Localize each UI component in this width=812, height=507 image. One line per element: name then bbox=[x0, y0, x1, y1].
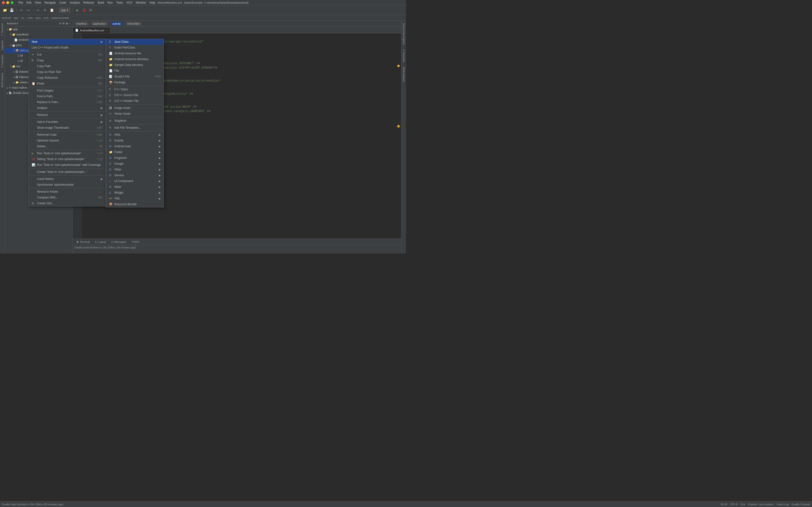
submenu-div-3 bbox=[106, 117, 164, 117]
menu-create-tests[interactable]: Create 'Tests in 'com.splashexample'...' bbox=[29, 169, 106, 175]
submenu-other[interactable]: ⚙ Other ▶ bbox=[106, 167, 164, 172]
submenu-service[interactable]: ⚙ Service ▶ bbox=[106, 172, 164, 178]
menu-refactor[interactable]: Refactor ▶ bbox=[29, 112, 106, 118]
divider-1 bbox=[29, 51, 106, 51]
submenu-xml[interactable]: <> XML ▶ bbox=[106, 195, 164, 201]
folder-icon: 📁 bbox=[109, 151, 113, 154]
scratch-icon: 📝 bbox=[109, 75, 113, 78]
menu-delete[interactable]: Delete... ⌫ bbox=[29, 144, 106, 149]
sample-data-icon: 📁 bbox=[109, 63, 113, 67]
run-icon: ▶ bbox=[32, 152, 36, 155]
xml-arrow: ▶ bbox=[159, 197, 161, 200]
menu-synchronize[interactable]: Synchronize 'splashexample' bbox=[29, 182, 106, 187]
submenu-singleton[interactable]: ⊙ Singleton bbox=[106, 118, 164, 124]
menu-link-cpp-label: Link C++ Project with Gradle bbox=[32, 46, 69, 49]
menu-add-favorites[interactable]: Add to Favorites ▶ bbox=[29, 119, 106, 125]
menu-run-with-coverage[interactable]: 📊 Run 'Tests in 'com.splashexample'' wit… bbox=[29, 162, 106, 168]
submenu-folder[interactable]: 📁 Folder ▶ bbox=[106, 149, 164, 155]
submenu-cpp-source[interactable]: C C/C++ Source File bbox=[106, 92, 164, 98]
submenu-sample-data[interactable]: 📁 Sample Data directory bbox=[106, 62, 164, 68]
xml-icon: <> bbox=[109, 197, 113, 200]
history-arrow: ▶ bbox=[101, 177, 103, 181]
menu-new[interactable]: New ▶ bbox=[29, 39, 106, 45]
menu-show-thumbnails[interactable]: Show Image Thumbnails ⇧⌘T bbox=[29, 125, 106, 131]
menu-link-cpp[interactable]: Link C++ Project with Gradle bbox=[29, 45, 106, 50]
android-resource-icon: 📄 bbox=[109, 52, 113, 55]
submenu-cpp-class[interactable]: C C++ Class bbox=[106, 87, 164, 92]
divider-5 bbox=[29, 131, 106, 131]
submenu-activity[interactable]: ⚙ Activity ▶ bbox=[106, 137, 164, 144]
menu-reformat[interactable]: Reformat Code ⌥⌘L bbox=[29, 132, 106, 137]
submenu-wear[interactable]: ⚙ Wear ▶ bbox=[106, 184, 164, 190]
vector-asset-icon: ⬡ bbox=[109, 112, 113, 115]
other-arrow: ▶ bbox=[159, 168, 161, 171]
menu-find-usages[interactable]: Find Usages ⌥F7 bbox=[29, 88, 106, 94]
menu-copy-path[interactable]: Copy Path bbox=[29, 63, 106, 69]
menu-replace-in-path[interactable]: Replace in Path... ⇧⌘R bbox=[29, 99, 106, 105]
refactor-arrow: ▶ bbox=[101, 113, 103, 117]
menu-local-history[interactable]: Local History ▶ bbox=[29, 176, 106, 182]
folder-arrow: ▶ bbox=[159, 151, 161, 154]
submenu-android-auto[interactable]: ⚙ Android Auto ▶ bbox=[106, 144, 164, 149]
menu-paste[interactable]: 📋 Paste ⌘V bbox=[29, 80, 106, 87]
submenu-fragment[interactable]: ⚙ Fragment ▶ bbox=[106, 155, 164, 161]
menu-optimize-imports[interactable]: Optimize Imports ^⌥O bbox=[29, 137, 106, 144]
primary-context-menu: New ▶ Link C++ Project with Gradle ✂ Cut… bbox=[29, 39, 106, 207]
submenu-image-asset[interactable]: 🖼 Image Asset bbox=[106, 105, 164, 111]
submenu-resource-bundle[interactable]: 📦 Resource Bundle bbox=[106, 201, 164, 207]
menu-find-in-path[interactable]: Find in Path... ⇧⌘F bbox=[29, 94, 106, 99]
file-icon: 📄 bbox=[109, 69, 113, 72]
submenu-android-resource-file[interactable]: 📄 Android resource file bbox=[106, 50, 164, 56]
widget-arrow: ▶ bbox=[159, 191, 161, 194]
submenu-vector-asset[interactable]: ⬡ Vector Asset bbox=[106, 111, 164, 117]
android-resource-dir-icon: 📁 bbox=[109, 57, 113, 61]
divider-7 bbox=[29, 168, 106, 169]
submenu-kotlin-file[interactable]: K Kotlin File/Class bbox=[106, 45, 164, 50]
divider-2 bbox=[29, 87, 106, 87]
submenu-scratch-file[interactable]: 📝 Scratch File ⇧⌘N bbox=[106, 74, 164, 79]
menu-analyze[interactable]: Analyze ▶ bbox=[29, 105, 106, 111]
gist-icon: ⊙ bbox=[32, 202, 36, 205]
divider-9 bbox=[29, 188, 106, 188]
menu-reveal-finder[interactable]: Reveal in Finder bbox=[29, 189, 106, 194]
submenu-google[interactable]: G Google ▶ bbox=[106, 161, 164, 167]
submenu-file[interactable]: 📄 File bbox=[106, 68, 164, 74]
ui-component-icon: □ bbox=[109, 179, 113, 183]
submenu-aidl[interactable]: ⚙ AIDL ▶ bbox=[106, 132, 164, 137]
fragment-icon: ⚙ bbox=[109, 156, 113, 160]
context-menu-overlay: New ▶ Link C++ Project with Gradle ✂ Cut… bbox=[0, 0, 406, 253]
menu-compare-with[interactable]: Compare With... ⌘D bbox=[29, 194, 106, 201]
package-icon: 📦 bbox=[109, 80, 113, 84]
menu-copy-reference[interactable]: Copy Reference ⌥⌘C bbox=[29, 75, 106, 80]
android-auto-arrow: ▶ bbox=[159, 145, 161, 148]
cpp-header-icon: H bbox=[109, 99, 113, 103]
menu-cut[interactable]: ✂ Cut ⌘X bbox=[29, 52, 106, 57]
other-icon: ⚙ bbox=[109, 168, 113, 171]
submenu-ui-component[interactable]: □ UI Component ▶ bbox=[106, 178, 164, 184]
menu-create-gist[interactable]: ⊙ Create Gist... bbox=[29, 201, 106, 206]
submenu-java-class[interactable]: C Java Class bbox=[106, 39, 164, 45]
menu-new-label: New bbox=[32, 40, 38, 44]
submenu-div-5 bbox=[106, 131, 164, 131]
template-icon: ✎ bbox=[109, 126, 113, 129]
activity-arrow: ▶ bbox=[159, 139, 161, 142]
menu-run-tests[interactable]: ▶ Run 'Tests in 'com.splashexample'' ^⌥R bbox=[29, 151, 106, 156]
image-asset-icon: 🖼 bbox=[109, 106, 113, 110]
submenu-widget[interactable]: ⧄ Widget ▶ bbox=[106, 190, 164, 195]
java-class-icon: C bbox=[109, 40, 113, 44]
copy-icon: ⎘ bbox=[32, 59, 36, 62]
submenu-edit-templates[interactable]: ✎ Edit File Templates... bbox=[106, 125, 164, 131]
submenu-div-4 bbox=[106, 124, 164, 124]
submenu-android-resource-dir[interactable]: 📁 Android resource directory bbox=[106, 56, 164, 62]
divider-4 bbox=[29, 118, 106, 119]
google-icon: G bbox=[109, 162, 113, 165]
submenu-div-2 bbox=[106, 104, 164, 105]
menu-copy[interactable]: ⎘ Copy ⌘C bbox=[29, 57, 106, 63]
menu-copy-plain[interactable]: Copy as Plain Text bbox=[29, 69, 106, 75]
new-submenu: C Java Class K Kotlin File/Class 📄 Andro… bbox=[106, 39, 164, 207]
submenu-cpp-header[interactable]: H C/C++ Header File bbox=[106, 98, 164, 104]
divider-6 bbox=[29, 150, 106, 150]
menu-debug-tests[interactable]: 🐞 Debug 'Tests in 'com.splashexample'' ^… bbox=[29, 156, 106, 162]
cpp-source-icon: C bbox=[109, 94, 113, 97]
submenu-package[interactable]: 📦 Package bbox=[106, 79, 164, 85]
